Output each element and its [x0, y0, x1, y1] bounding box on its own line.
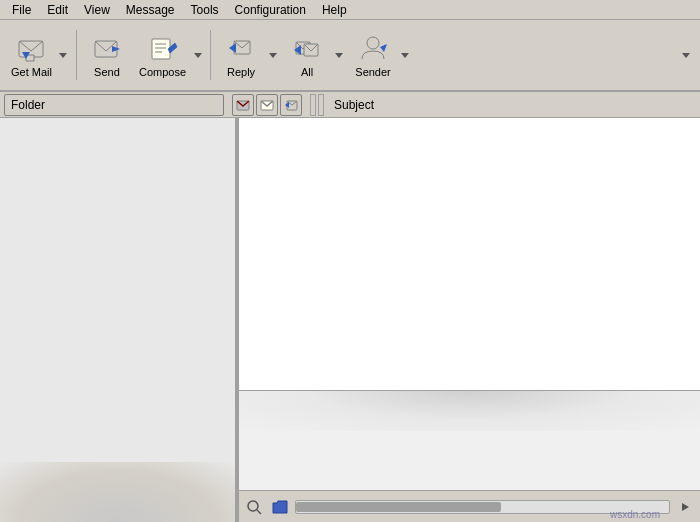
all-arrow[interactable]: [332, 25, 346, 85]
sender-button[interactable]: Sender: [348, 25, 398, 85]
column-headers: Folder: [0, 92, 700, 118]
scroll-right-button[interactable]: [674, 496, 696, 518]
toolbar-overflow-icon: [682, 53, 690, 58]
header-icon-read[interactable]: [232, 94, 254, 116]
search-button[interactable]: [243, 496, 265, 518]
header-icons: [232, 94, 302, 116]
compose-icon: [147, 32, 179, 64]
all-button-group: All: [282, 25, 346, 85]
message-list[interactable]: [239, 118, 700, 390]
all-button[interactable]: All: [282, 25, 332, 85]
folder-panel: [0, 118, 239, 522]
separator-1: [76, 30, 77, 80]
all-chevron-icon: [335, 53, 343, 58]
divider-2[interactable]: [318, 94, 324, 116]
menu-view[interactable]: View: [76, 1, 118, 19]
reply-label: Reply: [227, 66, 255, 78]
get-mail-chevron-icon: [59, 53, 67, 58]
reply-button[interactable]: Reply: [216, 25, 266, 85]
header-icon-replied[interactable]: [280, 94, 302, 116]
all-icon: [291, 32, 323, 64]
compose-arrow[interactable]: [191, 25, 205, 85]
get-mail-button[interactable]: Get Mail: [6, 25, 57, 85]
header-dividers: [310, 94, 324, 116]
get-mail-button-group: Get Mail: [6, 25, 71, 85]
menu-configuration[interactable]: Configuration: [227, 1, 314, 19]
get-mail-arrow[interactable]: [57, 25, 71, 85]
svg-point-21: [248, 501, 258, 511]
get-mail-icon: [15, 32, 47, 64]
get-mail-label: Get Mail: [11, 66, 52, 78]
menu-help[interactable]: Help: [314, 1, 355, 19]
folder-tree[interactable]: [0, 118, 235, 522]
reply-icon: [225, 32, 257, 64]
svg-marker-23: [682, 503, 689, 511]
menu-file[interactable]: File: [4, 1, 39, 19]
compose-button[interactable]: Compose: [134, 25, 191, 85]
menu-message[interactable]: Message: [118, 1, 183, 19]
svg-point-15: [367, 37, 379, 49]
right-panel: [239, 118, 700, 522]
send-button[interactable]: Send: [82, 25, 132, 85]
svg-line-22: [257, 510, 261, 514]
compose-button-group: Compose: [134, 25, 205, 85]
reply-arrow[interactable]: [266, 25, 280, 85]
send-label: Send: [94, 66, 120, 78]
scrollbar-thumb: [296, 502, 501, 512]
compose-label: Compose: [139, 66, 186, 78]
sender-arrow[interactable]: [398, 25, 412, 85]
svg-marker-11: [229, 43, 236, 53]
reply-chevron-icon: [269, 53, 277, 58]
folder-header-label: Folder: [11, 98, 45, 112]
sender-label: Sender: [355, 66, 390, 78]
sender-icon: [357, 32, 389, 64]
message-preview: [239, 390, 700, 490]
separator-2: [210, 30, 211, 80]
sender-button-group: Sender: [348, 25, 412, 85]
svg-marker-16: [380, 44, 387, 52]
menubar: File Edit View Message Tools Configurati…: [0, 0, 700, 20]
toolbar-overflow-button[interactable]: [678, 25, 694, 85]
folder-header: Folder: [4, 94, 224, 116]
menu-edit[interactable]: Edit: [39, 1, 76, 19]
main-panels: [0, 118, 700, 522]
folder-button[interactable]: [269, 496, 291, 518]
watermark: wsxdn.com: [610, 509, 660, 520]
subject-header: Subject: [328, 94, 696, 116]
send-icon: [91, 32, 123, 64]
svg-rect-5: [152, 39, 170, 59]
content-area: Folder: [0, 92, 700, 522]
menu-tools[interactable]: Tools: [183, 1, 227, 19]
sender-chevron-icon: [401, 53, 409, 58]
all-label: All: [301, 66, 313, 78]
divider-1[interactable]: [310, 94, 316, 116]
subject-header-label: Subject: [334, 98, 374, 112]
header-icon-unread[interactable]: [256, 94, 278, 116]
reply-button-group: Reply: [216, 25, 280, 85]
toolbar: Get Mail Send: [0, 20, 700, 92]
compose-chevron-icon: [194, 53, 202, 58]
